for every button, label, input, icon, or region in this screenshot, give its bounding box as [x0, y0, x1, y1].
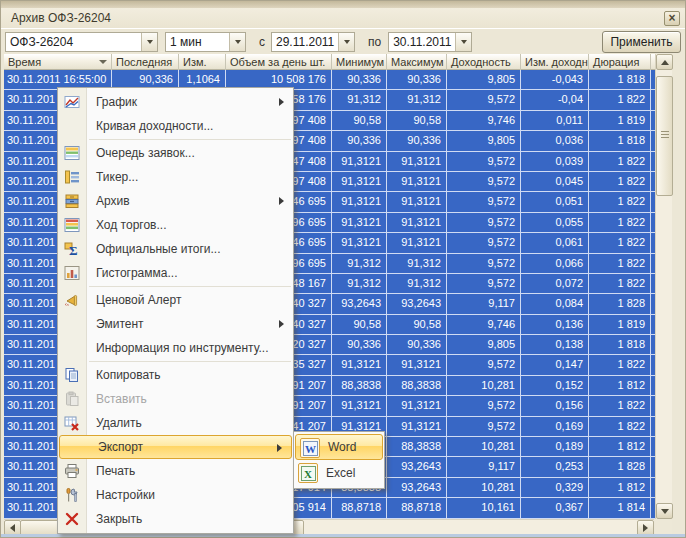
submenu-arrow-icon	[279, 197, 284, 205]
table-cell: 88,8718	[332, 498, 387, 518]
menu-item-label: Архив	[96, 194, 130, 208]
submenu-item-label: Excel	[326, 466, 355, 480]
official-results-icon: Σ	[64, 241, 80, 257]
table-cell: 93,2643	[387, 478, 447, 498]
column-header-2[interactable]: Последняя	[112, 54, 179, 70]
column-header-label: Доходность	[451, 56, 511, 68]
table-cell: 10,281	[447, 376, 521, 396]
column-header-9[interactable]: Дюрация	[589, 54, 651, 70]
export-submenu: WWordXExcel	[293, 431, 385, 489]
submenu-item-label: Word	[328, 440, 356, 454]
table-cell: 0,036	[521, 131, 589, 151]
column-header-6[interactable]: Максимум	[387, 54, 447, 70]
table-cell: 91,3121	[387, 396, 447, 416]
table-cell: 91,3121	[387, 355, 447, 375]
submenu-item-excel[interactable]: XExcel	[294, 460, 384, 486]
menu-item-trades[interactable]: Ход торгов...	[58, 213, 293, 237]
menu-item-issuer[interactable]: Эмитент	[58, 312, 293, 336]
sort-descending-icon	[99, 60, 107, 64]
table-cell: 0,253	[521, 457, 589, 477]
table-cell: 91,3121	[332, 152, 387, 172]
menu-item-close[interactable]: Закрыть	[58, 507, 293, 531]
menu-item-price-alert[interactable]: Ценовой Алерт	[58, 288, 293, 312]
to-date-field[interactable]: 30.11.2011	[388, 32, 472, 52]
paste-icon	[64, 391, 80, 407]
table-cell: 1 819	[589, 315, 651, 335]
column-header-8[interactable]: Изм. доходн.	[521, 54, 589, 70]
archive-icon	[64, 193, 80, 209]
column-header-3[interactable]: Изм.	[179, 54, 226, 70]
instrument-select[interactable]: ОФЗ-26204	[5, 32, 158, 52]
table-cell: 1 822	[589, 355, 651, 375]
menu-item-paste: Вставить	[58, 387, 293, 411]
menu-item-official-results[interactable]: ΣОфициальные итоги...	[58, 237, 293, 261]
column-header-5[interactable]: Минимум	[332, 54, 387, 70]
table-cell: 0,136	[521, 315, 589, 335]
table-cell: 9,805	[447, 131, 521, 151]
table-cell: -0,043	[521, 70, 589, 90]
table-cell: 1 812	[589, 478, 651, 498]
menu-item-label: Информация по инструменту...	[96, 341, 269, 355]
interval-dropdown-button[interactable]	[229, 33, 245, 51]
instrument-dropdown-button[interactable]	[141, 33, 157, 51]
from-date-dropdown-button[interactable]	[338, 33, 354, 51]
context-menu: ГрафикКривая доходности...Очередь заявок…	[57, 87, 294, 534]
from-date-value: 29.11.2011	[272, 35, 338, 49]
menu-item-label: Настройки	[96, 488, 155, 502]
scroll-up-button[interactable]	[656, 54, 673, 70]
menu-item-chart[interactable]: График	[58, 90, 293, 114]
table-cell: 93,2643	[387, 294, 447, 314]
vertical-scroll-thumb[interactable]	[656, 76, 673, 196]
menu-item-print[interactable]: Печать	[58, 459, 293, 483]
menu-item-delete[interactable]: Удалить	[58, 411, 293, 435]
table-cell: 0,084	[521, 294, 589, 314]
menu-item-archive[interactable]: Архив	[58, 189, 293, 213]
scroll-down-button[interactable]	[656, 503, 673, 519]
table-cell: 91,3121	[332, 213, 387, 233]
table-cell: 90,58	[332, 111, 387, 131]
svg-text:Σ: Σ	[69, 243, 78, 257]
table-cell: 9,805	[447, 335, 521, 355]
menu-item-settings[interactable]: Настройки	[58, 483, 293, 507]
table-cell: 90,58	[332, 315, 387, 335]
menu-item-copy[interactable]: Копировать	[58, 363, 293, 387]
order-queue-icon	[64, 145, 80, 161]
menu-item-label: Удалить	[96, 416, 142, 430]
column-header-label: Дюрация	[593, 56, 639, 68]
table-cell: 1 822	[589, 192, 651, 212]
interval-select[interactable]: 1 мин	[165, 32, 246, 52]
submenu-item-word[interactable]: WWord	[295, 434, 383, 460]
column-header-4[interactable]: Объем за день шт.	[226, 54, 332, 70]
close-button[interactable]: ×	[664, 11, 680, 26]
table-cell: 10,161	[447, 498, 521, 518]
menu-item-label: Очередь заявок...	[96, 146, 195, 160]
table-cell: 1 828	[589, 294, 651, 314]
table-cell: 0,072	[521, 274, 589, 294]
column-header-label: Последняя	[116, 56, 172, 68]
menu-item-histogram[interactable]: Гистограмма...	[58, 261, 293, 285]
chevron-down-icon	[147, 40, 153, 44]
menu-item-label: Официальные итоги...	[96, 242, 221, 256]
table-cell: 1 822	[589, 172, 651, 192]
table-cell: 91,3121	[387, 192, 447, 212]
from-date-field[interactable]: 29.11.2011	[271, 32, 355, 52]
table-cell: 91,312	[332, 274, 387, 294]
table-cell: 91,3121	[387, 152, 447, 172]
window-title: Архив ОФЗ-26204	[11, 11, 111, 25]
to-date-dropdown-button[interactable]	[455, 33, 471, 51]
table-cell: 90,58	[387, 111, 447, 131]
table-cell: -0,04	[521, 90, 589, 110]
menu-item-ticker[interactable]: Тикер...	[58, 165, 293, 189]
trades-icon	[64, 217, 80, 233]
menu-item-export[interactable]: Экспорт	[59, 435, 292, 459]
menu-item-order-queue[interactable]: Очередь заявок...	[58, 141, 293, 165]
table-cell: 9,117	[447, 294, 521, 314]
menu-item-yield-curve[interactable]: Кривая доходности...	[58, 114, 293, 138]
menu-item-instrument-info[interactable]: Информация по инструменту...	[58, 336, 293, 360]
vertical-scrollbar[interactable]	[655, 54, 672, 519]
table-cell: 91,312	[332, 90, 387, 110]
column-header-1[interactable]: Время	[4, 54, 112, 70]
column-header-7[interactable]: Доходность	[447, 54, 521, 70]
apply-button[interactable]: Применить	[602, 31, 681, 53]
table-cell: 0,045	[521, 172, 589, 192]
